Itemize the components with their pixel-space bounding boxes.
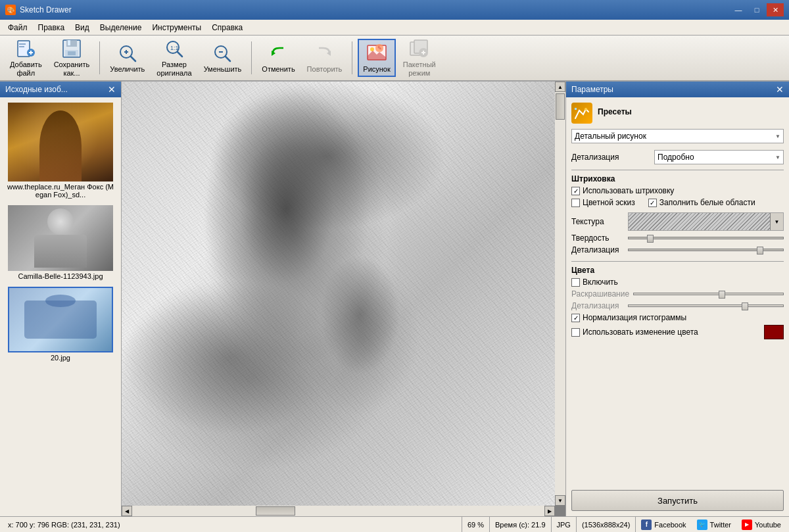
youtube-label: Youtube xyxy=(755,521,781,529)
divider-1 xyxy=(571,170,784,170)
picture-button[interactable]: ✎ Рисунок xyxy=(358,39,396,77)
color-sketch-row: Цветной эскиз xyxy=(571,198,635,207)
minimize-button[interactable]: — xyxy=(730,3,747,16)
save-as-button[interactable]: Сохранить как... xyxy=(49,39,95,77)
detail-colors-thumb[interactable] xyxy=(742,302,748,310)
scroll-right-button[interactable]: ▶ xyxy=(544,506,555,516)
zoom-in-label: Увеличить xyxy=(110,65,145,73)
svg-rect-8 xyxy=(68,40,70,45)
texture-dropdown-btn[interactable]: ▼ xyxy=(770,213,783,230)
vertical-scrollbar[interactable]: ▲ ▼ xyxy=(555,82,565,506)
hardness-label: Твердость xyxy=(571,233,624,243)
divider-2 xyxy=(571,261,784,262)
title-bar: 🎨 Sketch Drawer — □ ✕ xyxy=(0,0,789,20)
run-label: Запустить xyxy=(658,496,698,506)
color-change-label: Использовать изменение цвета xyxy=(583,327,761,337)
time-text: Время (с): 21.9 xyxy=(495,521,546,529)
scroll-up-button[interactable]: ▲ xyxy=(555,82,565,92)
presets-value: Детальный рисунок xyxy=(575,132,646,141)
menu-bar: Файл Правка Вид Выделение Инструменты Сп… xyxy=(0,20,789,36)
zoom-out-button[interactable]: Уменьшить xyxy=(199,39,247,77)
scroll-thumb-v[interactable] xyxy=(556,93,565,120)
thumbnail-image-3 xyxy=(8,287,113,352)
facebook-icon: f xyxy=(641,520,652,530)
batch-icon xyxy=(409,38,430,59)
svg-rect-19 xyxy=(219,51,223,53)
color-sketch-checkbox[interactable] xyxy=(571,199,580,207)
menu-file[interactable]: Файл xyxy=(3,22,33,34)
left-panel-close[interactable]: ✕ xyxy=(108,84,116,95)
thumbnail-label-2: Camilla-Belle-1123943.jpg xyxy=(18,272,103,280)
fill-white-checkbox[interactable]: ✓ xyxy=(648,199,657,207)
use-hatching-checkbox[interactable]: ✓ xyxy=(571,187,580,195)
add-file-icon xyxy=(15,38,36,59)
undo-button[interactable]: Отменить xyxy=(257,39,299,77)
menu-edit[interactable]: Правка xyxy=(33,22,70,34)
run-button[interactable]: Запустить xyxy=(571,490,784,511)
colorize-thumb[interactable] xyxy=(719,291,725,299)
svg-line-17 xyxy=(178,52,182,57)
detail-hatching-slider[interactable] xyxy=(628,249,784,251)
detail-colors-row: Детализация xyxy=(571,301,784,310)
scroll-track-h[interactable] xyxy=(132,506,544,516)
detail-slider-label: Детализация xyxy=(571,245,624,254)
detail-colors-slider[interactable] xyxy=(628,304,784,307)
zoom-status: 69 % xyxy=(462,517,490,532)
texture-preview[interactable]: ▼ xyxy=(628,212,784,231)
add-file-label: Добавить файл xyxy=(10,60,42,78)
batch-button[interactable]: Пакетный режим xyxy=(398,39,441,77)
thumbnail-label-1: www.theplace.ru_Меган Фокс (Megan Fox)_s… xyxy=(5,183,116,199)
save-label: Сохранить как... xyxy=(54,60,90,78)
facebook-link[interactable]: f Facebook xyxy=(636,520,691,530)
color-swatch[interactable] xyxy=(764,325,784,339)
zoom-in-button[interactable]: Увеличить xyxy=(105,39,149,77)
texture-label: Текстура xyxy=(571,217,624,226)
youtube-link[interactable]: ▶ Youtube xyxy=(736,520,786,530)
sketch-canvas[interactable] xyxy=(122,82,555,506)
menu-tools[interactable]: Инструменты xyxy=(147,22,206,34)
scroll-thumb-h[interactable] xyxy=(256,506,295,516)
detail-thumb[interactable] xyxy=(757,247,763,254)
zoom-in-icon xyxy=(117,43,138,64)
maximize-button[interactable]: □ xyxy=(748,3,765,16)
thumbnail-image-1 xyxy=(8,103,113,181)
detail-dropdown[interactable]: Подробно ▼ xyxy=(654,150,784,164)
hardness-slider[interactable] xyxy=(628,237,784,239)
scroll-track-v[interactable] xyxy=(555,92,565,495)
separator-1 xyxy=(99,41,100,74)
separator-3 xyxy=(352,41,352,74)
thumbnail-item-3[interactable]: 20.jpg xyxy=(5,287,116,362)
zoom-orig-button[interactable]: 1:1 Размер оригинала xyxy=(152,39,196,77)
window-controls: — □ ✕ xyxy=(730,3,784,16)
presets-section: Пресеты Детальный рисунок ▼ xyxy=(571,103,784,143)
enable-color-label: Включить xyxy=(583,278,618,287)
app-title: Sketch Drawer xyxy=(20,5,72,14)
hardness-thumb[interactable] xyxy=(647,235,654,243)
presets-dropdown[interactable]: Детальный рисунок ▼ xyxy=(571,129,784,143)
scroll-left-button[interactable]: ◀ xyxy=(122,506,132,516)
color-change-checkbox[interactable] xyxy=(571,328,580,337)
normalize-checkbox[interactable]: ✓ xyxy=(571,314,580,322)
zoom-orig-icon: 1:1 xyxy=(164,38,185,59)
texture-row: Текстура ▼ xyxy=(571,212,784,231)
enable-color-checkbox[interactable] xyxy=(571,278,580,287)
hatching-title: Штриховка xyxy=(571,174,784,183)
thumbnail-item-1[interactable]: www.theplace.ru_Меган Фокс (Megan Fox)_s… xyxy=(5,103,116,199)
menu-select[interactable]: Выделение xyxy=(95,22,147,34)
scroll-down-button[interactable]: ▼ xyxy=(555,495,565,506)
menu-view[interactable]: Вид xyxy=(70,22,95,34)
format-text: JPG xyxy=(557,521,571,529)
thumbnail-item-2[interactable]: Camilla-Belle-1123943.jpg xyxy=(5,205,116,280)
svg-text:1:1: 1:1 xyxy=(170,45,179,51)
add-file-button[interactable]: Добавить файл xyxy=(5,39,47,77)
coords-status: x: 700 y: 796 RGB: (231, 231, 231) xyxy=(3,517,462,532)
close-button[interactable]: ✕ xyxy=(767,3,784,16)
right-panel-close[interactable]: ✕ xyxy=(776,84,784,95)
colorize-label: Раскрашивание xyxy=(571,289,629,299)
twitter-link[interactable]: 🐦 Twitter xyxy=(692,520,736,530)
horizontal-scrollbar[interactable]: ◀ ▶ xyxy=(122,506,555,516)
colorize-slider[interactable] xyxy=(633,293,784,295)
menu-help[interactable]: Справка xyxy=(206,22,248,34)
redo-button[interactable]: Повторить xyxy=(302,39,347,77)
hardness-track xyxy=(628,237,784,239)
